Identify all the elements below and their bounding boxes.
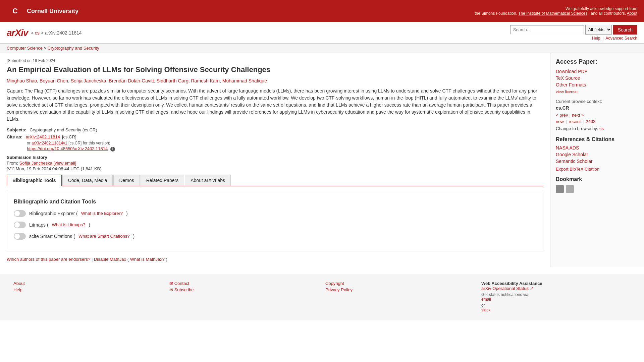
institute-link[interactable]: The Institute of Mathematical Sciences <box>518 11 587 16</box>
prev-link[interactable]: < prev <box>556 113 568 118</box>
semantic-scholar-link[interactable]: Semantic Scholar <box>556 159 639 164</box>
nav-breadcrumb: > cs > arXiv:2402.11814 <box>31 30 82 36</box>
tab-related-papers[interactable]: Related Papers <box>141 175 184 186</box>
from-name-link[interactable]: Sofija Jancheska <box>19 161 52 166</box>
export-bibtex-link[interactable]: Export BibTeX Citation <box>556 167 639 172</box>
endorsers-link[interactable]: Which authors of this paper are endorser… <box>7 257 90 262</box>
status-notifications: Get status notifications via email or sl… <box>481 292 631 312</box>
abstract-text: Capture The Flag (CTF) challenges are pu… <box>7 87 543 123</box>
scite-paren-close: ) <box>133 234 135 239</box>
author-siddharth-garg[interactable]: Siddharth Garg <box>157 78 189 83</box>
doi-info-icon[interactable]: i <box>110 147 115 152</box>
breadcrumb-separator-left: > <box>31 30 34 36</box>
arxiv-status-link[interactable]: arXiv Operational Status ↗ <box>481 286 631 291</box>
author-sofija-jancheska[interactable]: Sofija Jancheska <box>71 78 106 83</box>
google-scholar-link[interactable]: Google Scholar <box>556 152 639 157</box>
footer-help-link[interactable]: Help <box>13 287 163 292</box>
next-link[interactable]: next > <box>572 113 584 118</box>
what-is-mathjax-link[interactable]: What is MathJax? <box>130 257 165 262</box>
author-brendan-dolan-gavitt[interactable]: Brendan Dolan-Gavitt <box>109 78 154 83</box>
scite-toggle[interactable] <box>14 233 26 240</box>
explorer-help-link[interactable]: What is the Explorer? <box>81 211 123 216</box>
footer-contact-link[interactable]: ✉ Contact <box>169 281 319 286</box>
tools-panel-title: Bibliographic and Citation Tools <box>14 199 536 205</box>
refs-citations-title: References & Citations <box>556 136 639 142</box>
explorer-label: Bibliographic Explorer ( <box>29 211 78 216</box>
author-boyuan-chen[interactable]: Boyuan Chen <box>40 78 68 83</box>
arxiv-logo[interactable]: arXiv <box>7 27 28 38</box>
author-muhammad-shafique[interactable]: Muhammad Shafique <box>222 78 267 83</box>
disable-mathjax-link[interactable]: Disable MathJax <box>94 257 126 262</box>
search-field-select[interactable]: All fields Title Author Abstract <box>585 25 612 35</box>
cite-indent: or arXiv:2402.11814v1 [cs.CR] for this v… <box>27 141 543 145</box>
sidebar: Access Paper: Download PDF TeX Source Ot… <box>550 53 644 267</box>
view-email-link[interactable]: [view email] <box>53 161 76 166</box>
cornell-name-text: Cornell University <box>27 8 78 15</box>
footer-subscribe-link[interactable]: ✉ Subscribe <box>169 287 319 292</box>
bookmark-icon-2[interactable] <box>566 185 574 193</box>
main-layout: [Submitted on 19 Feb 2024] An Empirical … <box>0 53 644 267</box>
footer-about-link[interactable]: About <box>13 281 163 286</box>
tab-bibliographic-tools[interactable]: Bibliographic Tools <box>7 175 62 186</box>
tab-code-data-media[interactable]: Code, Data, Media <box>62 175 113 186</box>
author-minghao-shao[interactable]: Minghao Shao <box>7 78 37 83</box>
authors-list: Minghao Shao, Boyuan Chen, Sofija Janche… <box>7 78 543 83</box>
help-link[interactable]: Help <box>592 36 600 41</box>
tab-demos[interactable]: Demos <box>113 175 140 186</box>
computer-science-link[interactable]: Computer Science <box>7 46 43 51</box>
author-ramesh-karri[interactable]: Ramesh Karri <box>191 78 220 83</box>
cite-arxiv-link[interactable]: arXiv:2402.11814 <box>26 134 60 139</box>
litmaps-toggle[interactable] <box>14 222 26 228</box>
view-license-link[interactable]: view license <box>556 89 578 94</box>
nasa-ads-link[interactable]: NASA ADS <box>556 145 639 150</box>
footer-col-accessibility: Web Accessibility Assistance arXiv Opera… <box>481 281 631 314</box>
doi-row: https://doi.org/10.48550/arXiv.2402.1181… <box>27 146 543 152</box>
arxiv-nav: arXiv > cs > arXiv:2402.11814 All fields… <box>0 22 644 44</box>
bookmark-section: Bookmark <box>556 176 639 193</box>
access-paper-title: Access Paper: <box>556 58 639 65</box>
refs-section: References & Citations NASA ADS Google S… <box>556 136 639 172</box>
from-line: From: Sofija Jancheska [view email] <box>7 161 543 166</box>
bookmark-title: Bookmark <box>556 176 639 182</box>
explorer-toggle[interactable] <box>14 210 26 217</box>
footer-copyright-link[interactable]: Copyright <box>325 281 475 286</box>
search-button[interactable]: Search <box>613 25 637 35</box>
tab-about-arxivlabs[interactable]: About arXivLabs <box>185 175 231 186</box>
cite-cs-cr: [cs.CR] <box>62 134 76 139</box>
other-formats-link[interactable]: Other Formats <box>556 82 639 87</box>
submitted-date: [Submitted on 19 Feb 2024] <box>7 58 543 63</box>
tex-source-link[interactable]: TeX Source <box>556 75 639 81</box>
footer-privacy-link[interactable]: Privacy Policy <box>325 287 475 292</box>
year-link[interactable]: 2402 <box>586 119 595 124</box>
current-browse: Current browse context: cs.CR < prev | n… <box>556 99 639 131</box>
donate-link[interactable]: About <box>627 11 637 16</box>
subjects-label: Subjects: <box>7 127 26 132</box>
download-pdf-link[interactable]: Download PDF <box>556 69 639 74</box>
slack-notifications-link[interactable]: slack <box>481 308 631 312</box>
cite-v1-link[interactable]: arXiv:2402.11814v1 <box>32 141 67 145</box>
current-browse-label: Current browse context: <box>556 99 639 104</box>
tool-row-litmaps: Litmaps ( What is Litmaps? ) <box>14 222 536 228</box>
search-input[interactable] <box>510 25 584 34</box>
nav-arrows: < prev | next > <box>556 113 639 118</box>
litmaps-paren-close: ) <box>89 222 90 228</box>
doi-link[interactable]: https://doi.org/10.48550/arXiv.2402.1181… <box>27 146 108 151</box>
footer-col-about: About Help <box>13 281 163 314</box>
litmaps-help-link[interactable]: What is Litmaps? <box>52 222 86 227</box>
new-link[interactable]: new <box>556 119 564 124</box>
email-notifications-link[interactable]: email <box>481 297 631 302</box>
advanced-search-link[interactable]: Advanced Search <box>605 36 637 41</box>
recent-link[interactable]: recent <box>569 119 581 124</box>
subjects-value: Cryptography and Security (cs.CR) <box>30 127 97 132</box>
cs-browse-link[interactable]: cs <box>599 126 604 131</box>
scite-help-link[interactable]: What are Smart Citations? <box>78 234 129 239</box>
current-browse-val: cs.CR <box>556 105 639 111</box>
nav-links-row: new | recent | 2402 <box>556 119 639 124</box>
bookmark-icon-1[interactable] <box>556 185 564 193</box>
breadcrumb-gt: > <box>44 46 48 51</box>
cryptography-link[interactable]: Cryptography and Security <box>48 46 99 51</box>
page-footer: About Help ✉ Contact ✉ Subscribe Copyrig… <box>0 274 644 320</box>
cs-link[interactable]: cs <box>35 30 40 36</box>
bookmark-icons <box>556 185 639 193</box>
web-accessibility-title: Web Accessibility Assistance <box>481 281 542 286</box>
